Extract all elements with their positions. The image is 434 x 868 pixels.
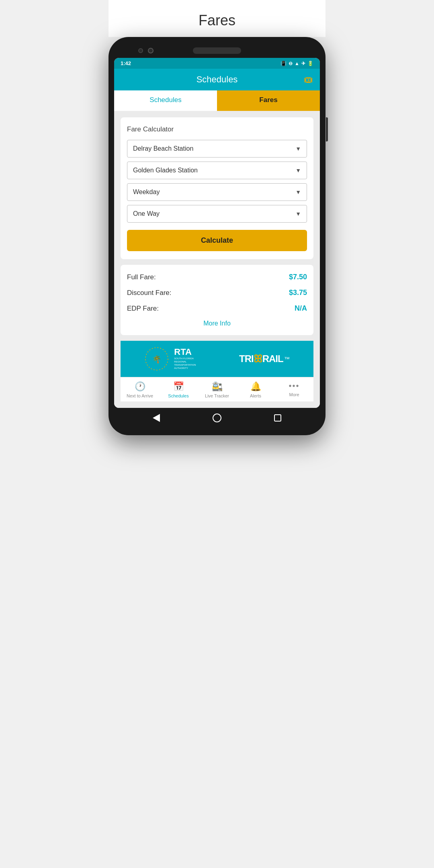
tab-schedules[interactable]: Schedules: [114, 90, 217, 111]
discount-fare-label: Discount Fare:: [127, 289, 172, 297]
nav-item-live-tracker[interactable]: 🚉 Live Tracker: [198, 377, 236, 401]
to-station-label: Golden Glades Station: [133, 167, 198, 174]
bottom-nav: 🕐 Next to Arrive 📅 Schedules 🚉 Live Trac…: [121, 377, 313, 401]
rta-text: RTA: [174, 348, 204, 356]
home-button[interactable]: [213, 414, 221, 422]
day-type-arrow-icon: ▼: [295, 189, 301, 195]
nav-item-schedules[interactable]: 📅 Schedules: [159, 377, 198, 401]
ticket-icon[interactable]: 🎟: [304, 74, 313, 85]
more-icon: •••: [289, 381, 299, 391]
status-bar: 1:42 📳 ⊖ ▲ ✈ 🔋: [114, 58, 320, 69]
camera-right: [148, 48, 154, 53]
phone-top-bar: [114, 44, 320, 58]
brand-footer: 🌴 RTA SOUTH FLORIDA REGIONAL TRANSPORTAT…: [121, 341, 313, 377]
status-time: 1:42: [121, 60, 131, 66]
trip-type-label: One Way: [133, 210, 160, 217]
nav-item-more[interactable]: ••• More: [275, 377, 313, 401]
fare-calculator-title: Fare Calculator: [127, 125, 307, 133]
day-type-label: Weekday: [133, 188, 160, 196]
tab-bar: Schedules Fares: [114, 90, 320, 111]
from-station-arrow-icon: ▼: [295, 145, 301, 152]
edp-fare-label: EDP Fare:: [127, 305, 159, 313]
rta-text-block: RTA SOUTH FLORIDA REGIONAL TRANSPORTATIO…: [174, 348, 204, 370]
nav-item-next-to-arrive[interactable]: 🕐 Next to Arrive: [121, 377, 159, 401]
airplane-icon: ✈: [301, 61, 305, 66]
tri-rail-logo: TRI ꕤ RAIL ™: [239, 353, 290, 365]
full-fare-row: Full Fare: $7.50: [127, 273, 307, 281]
side-button: [326, 117, 328, 141]
day-type-dropdown[interactable]: Weekday ▼: [127, 183, 307, 201]
phone-bottom-bar: [114, 408, 320, 428]
live-tracker-icon: 🚉: [212, 381, 223, 392]
phone-device: 1:42 📳 ⊖ ▲ ✈ 🔋 Schedules 🎟 Schedules: [108, 37, 326, 435]
trip-type-arrow-icon: ▼: [295, 211, 301, 217]
page-wrapper: Fares 1:42 📳 ⊖ ▲ ✈ 🔋 S: [108, 0, 326, 435]
trip-type-dropdown[interactable]: One Way ▼: [127, 205, 307, 223]
discount-fare-row: Discount Fare: $3.75: [127, 289, 307, 297]
nav-label-schedules: Schedules: [168, 393, 188, 398]
tri-rail-text: TRI: [239, 353, 254, 364]
discount-fare-value: $3.75: [289, 289, 307, 297]
vibrate-icon: 📳: [280, 61, 287, 66]
from-station-label: Delray Beach Station: [133, 145, 193, 152]
page-title: Fares: [108, 0, 326, 37]
trademark-icon: ™: [284, 356, 290, 362]
calculate-button[interactable]: Calculate: [127, 230, 307, 251]
rail-text: RAIL: [262, 353, 283, 364]
full-fare-value: $7.50: [289, 273, 307, 281]
app-header-title: Schedules: [197, 74, 238, 85]
rta-logo: 🌴 RTA SOUTH FLORIDA REGIONAL TRANSPORTAT…: [144, 346, 204, 371]
more-info-link[interactable]: More Info: [127, 320, 307, 327]
full-fare-label: Full Fare:: [127, 273, 156, 281]
schedules-icon: 📅: [173, 381, 184, 392]
recents-button[interactable]: [274, 414, 281, 422]
wifi-icon: ▲: [295, 61, 299, 66]
dnd-icon: ⊖: [289, 61, 293, 66]
camera-left: [138, 48, 143, 53]
back-button[interactable]: [153, 414, 160, 422]
status-icons: 📳 ⊖ ▲ ✈ 🔋: [280, 61, 313, 66]
to-station-arrow-icon: ▼: [295, 167, 301, 174]
from-station-dropdown[interactable]: Delray Beach Station ▼: [127, 140, 307, 158]
nav-label-alerts: Alerts: [250, 393, 261, 398]
rta-subtitle: SOUTH FLORIDA REGIONAL TRANSPORTATION AU…: [174, 357, 204, 370]
battery-icon: 🔋: [307, 61, 313, 66]
alerts-icon: 🔔: [250, 381, 261, 392]
to-station-dropdown[interactable]: Golden Glades Station ▼: [127, 162, 307, 179]
nav-label-more: More: [289, 392, 299, 397]
phone-screen: 1:42 📳 ⊖ ▲ ✈ 🔋 Schedules 🎟 Schedules: [114, 58, 320, 408]
next-to-arrive-icon: 🕐: [135, 381, 145, 392]
nav-label-live-tracker: Live Tracker: [205, 393, 229, 398]
nav-item-alerts[interactable]: 🔔 Alerts: [236, 377, 275, 401]
tri-rail-s-icon: ꕤ: [254, 353, 262, 365]
edp-fare-value: N/A: [295, 304, 307, 313]
svg-text:🌴: 🌴: [152, 355, 162, 364]
fare-calculator-card: Fare Calculator Delray Beach Station ▼ G…: [121, 117, 313, 259]
fare-results-card: Full Fare: $7.50 Discount Fare: $3.75 ED…: [121, 265, 313, 335]
nav-label-next-to-arrive: Next to Arrive: [127, 393, 153, 398]
rta-logo-circle: 🌴: [144, 346, 169, 371]
app-header: Schedules 🎟: [114, 69, 320, 90]
content-area: Fare Calculator Delray Beach Station ▼ G…: [114, 111, 320, 408]
tab-fares[interactable]: Fares: [217, 90, 320, 111]
phone-speaker: [193, 47, 241, 54]
edp-fare-row: EDP Fare: N/A: [127, 304, 307, 313]
